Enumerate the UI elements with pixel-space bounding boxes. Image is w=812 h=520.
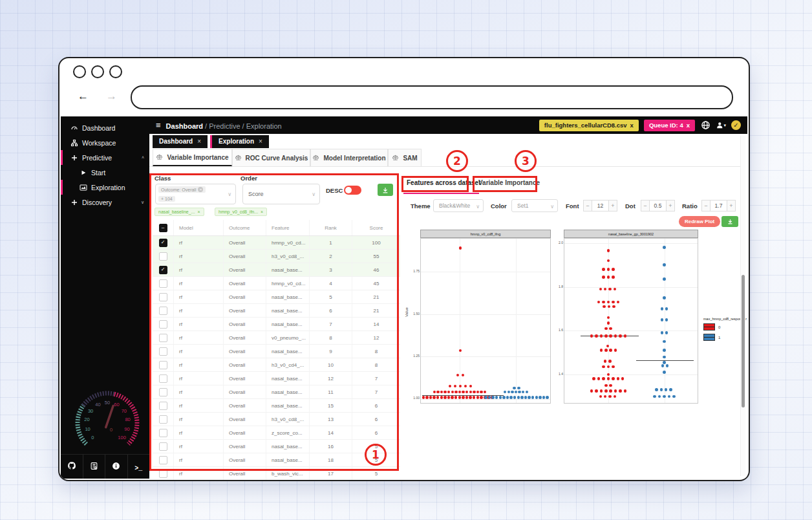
tab-dashboard[interactable]: Dashboard× (153, 135, 208, 148)
font-decrease-button[interactable]: − (583, 200, 592, 211)
dot-increase-button[interactable]: + (666, 200, 675, 211)
forward-button[interactable]: → (106, 90, 117, 103)
table-row[interactable]: rfOverallz_score_co...146 (153, 426, 400, 440)
download-table-button[interactable] (378, 184, 393, 196)
row-checkbox[interactable]: ✓ (159, 239, 167, 247)
tab-variable-importance[interactable]: Variable Importance (478, 179, 540, 186)
close-icon[interactable]: × (261, 210, 263, 214)
feature-chip[interactable]: hmnp_v0_cd8_ifn...× (215, 208, 267, 216)
table-row[interactable]: rfOverallnasal_base...117 (153, 385, 400, 399)
table-row[interactable]: rfOverallnasal_base...156 (153, 399, 400, 413)
data-point (607, 316, 610, 320)
feature-cell: h3_v0_cd4_... (266, 358, 310, 371)
url-bar[interactable] (131, 85, 733, 109)
table-row[interactable]: rfOverallnasal_base...165 (153, 440, 400, 453)
docs-button[interactable] (83, 455, 106, 479)
close-icon[interactable]: × (197, 138, 201, 145)
dataset-chip-close-icon[interactable]: x (630, 122, 634, 129)
sidebar-item-dashboard[interactable]: Dashboard (61, 120, 149, 135)
table-row[interactable]: rfOverallb_wash_vic...175 (153, 467, 400, 481)
row-checkbox[interactable]: ✓ (159, 266, 167, 274)
row-checkbox[interactable] (159, 429, 167, 437)
back-button[interactable]: ← (78, 90, 89, 103)
info-button[interactable] (105, 455, 128, 479)
table-row[interactable]: rfOverallhmnp_v0_cd...445 (153, 277, 400, 290)
close-icon[interactable]: × (197, 210, 200, 214)
class-more-chip[interactable]: + 104 (158, 196, 175, 202)
dataset-chip[interactable]: flu_fighters_cellularCD8.csv x (539, 120, 639, 131)
sidebar-item-predictive[interactable]: Predictive˄ (61, 150, 149, 165)
row-checkbox[interactable] (159, 361, 167, 369)
close-icon[interactable]: × (259, 138, 262, 145)
subtab-sam[interactable]: SAM (388, 149, 422, 166)
subtab-roc-curve-analysis[interactable]: ROC Curve Analysis (232, 149, 310, 166)
table-row[interactable]: rfOverallnasal_base...521 (153, 290, 400, 304)
desc-toggle[interactable] (344, 186, 361, 195)
row-checkbox[interactable] (159, 442, 167, 451)
select-all-checkbox[interactable]: – (159, 224, 167, 232)
download-plot-button[interactable] (721, 216, 738, 227)
table-row[interactable]: rfOverallh3_v0_cd8_...136 (153, 413, 400, 426)
table-row[interactable]: rfOverallnasal_base...621 (153, 304, 400, 318)
table-row[interactable]: rfOverallnasal_base...185 (153, 453, 400, 467)
row-checkbox[interactable] (159, 388, 167, 396)
github-button[interactable] (61, 455, 83, 479)
vertical-scrollbar[interactable] (740, 136, 745, 476)
breadcrumb-root[interactable]: Dashboard (166, 122, 203, 130)
row-checkbox[interactable] (159, 456, 167, 464)
tab-features-across-dataset[interactable]: Features across dataset (407, 179, 481, 186)
font-increase-button[interactable]: + (608, 200, 617, 211)
queue-chip-close-icon[interactable]: x (687, 122, 690, 129)
theme-select[interactable]: Black&White ∨ (433, 199, 484, 212)
queue-chip[interactable]: Queue ID: 4 x (644, 120, 695, 131)
class-select[interactable]: Outcome: Overall × + 104 ∨ (155, 184, 236, 204)
row-checkbox[interactable] (159, 374, 167, 383)
ratio-increase-button[interactable]: + (727, 200, 736, 211)
table-row[interactable]: ✓rfOverallnasal_base...346 (153, 263, 400, 277)
terminal-button[interactable]: >_ (128, 455, 150, 479)
sidebar-item-discovery[interactable]: Discovery∨ (61, 195, 149, 210)
scrollbar-thumb[interactable] (742, 275, 745, 407)
table-row[interactable]: rfOverallnasal_base...714 (153, 318, 400, 331)
breadcrumb-path[interactable]: / Predictive / Exploration (203, 122, 282, 130)
data-point (663, 340, 666, 343)
sidebar-item-workspace[interactable]: Workspace (61, 135, 149, 150)
feature-chip[interactable]: nasal_baseline_...× (155, 208, 204, 216)
order-select[interactable]: Score ∨ (242, 184, 320, 204)
row-checkbox[interactable] (159, 347, 167, 356)
table-row[interactable]: rfOverallv0_pneumo_...812 (153, 331, 400, 345)
ratio-decrease-button[interactable]: − (701, 200, 710, 211)
color-select[interactable]: Set1 ∨ (511, 199, 558, 212)
row-checkbox[interactable] (159, 470, 167, 478)
tab-exploration[interactable]: Exploration× (210, 135, 269, 148)
row-checkbox[interactable] (159, 320, 167, 329)
class-chip-remove-icon[interactable]: × (198, 187, 203, 192)
window-control-icon[interactable] (91, 65, 104, 78)
model-cell: rf (174, 413, 224, 426)
sidebar-item-start[interactable]: Start (61, 165, 149, 180)
table-row[interactable]: rfOverallnasal_base...127 (153, 372, 400, 385)
subtab-model-interpretation[interactable]: Model Interpretation (310, 149, 388, 166)
redraw-plot-button[interactable]: Redraw Plot (679, 216, 720, 227)
user-menu-icon[interactable]: ▾ (716, 120, 726, 131)
row-checkbox[interactable] (159, 307, 167, 315)
hamburger-menu-icon[interactable]: ≡ (156, 120, 161, 130)
table-row[interactable]: rfOverallh3_v0_cd8_...255 (153, 250, 400, 263)
table-row[interactable]: rfOverallnasal_base...98 (153, 345, 400, 358)
row-checkbox[interactable] (159, 279, 167, 288)
dot-decrease-button[interactable]: − (641, 200, 650, 211)
sidebar-item-exploration[interactable]: Exploration (61, 180, 149, 195)
row-checkbox[interactable] (159, 293, 167, 301)
subtab-variable-importance[interactable]: Variable Importance (153, 149, 232, 166)
class-chip[interactable]: Outcome: Overall × (158, 186, 206, 193)
status-check-icon[interactable]: ✓ (731, 120, 741, 130)
globe-icon[interactable] (700, 120, 710, 131)
table-row[interactable]: ✓rfOverallhmnp_v0_cd...1100 (153, 236, 400, 250)
row-checkbox[interactable] (159, 415, 167, 424)
window-control-icon[interactable] (109, 65, 122, 78)
row-checkbox[interactable] (159, 402, 167, 410)
window-control-icon[interactable] (73, 65, 86, 78)
row-checkbox[interactable] (159, 334, 167, 342)
table-row[interactable]: rfOverallh3_v0_cd4_...108 (153, 358, 400, 372)
row-checkbox[interactable] (159, 252, 167, 261)
